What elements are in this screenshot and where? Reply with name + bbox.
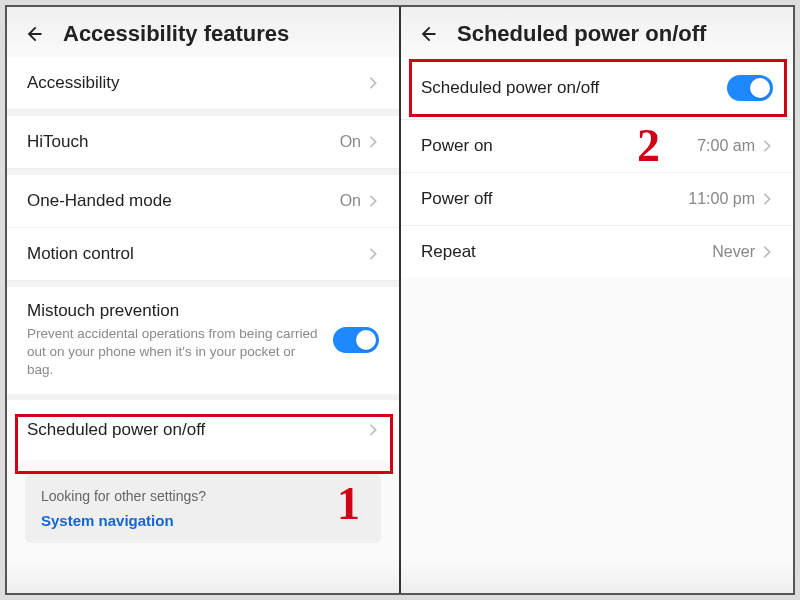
- scheduled-power-toggle[interactable]: [727, 75, 773, 101]
- row-title: Mistouch prevention: [27, 301, 321, 321]
- hint-question: Looking for other settings?: [41, 488, 365, 504]
- row-label: Power on: [421, 136, 697, 156]
- row-motion-control[interactable]: Motion control: [7, 228, 399, 281]
- header: Accessibility features: [7, 7, 399, 57]
- row-label: Repeat: [421, 242, 712, 262]
- row-label: Motion control: [27, 244, 367, 264]
- mistouch-toggle[interactable]: [333, 327, 379, 353]
- row-label: HiTouch: [27, 132, 340, 152]
- row-power-on[interactable]: Power on 7:00 am: [401, 120, 793, 173]
- chevron-right-icon: [367, 248, 379, 260]
- panel-accessibility: Accessibility features Accessibility HiT…: [7, 7, 399, 593]
- row-onehanded[interactable]: One-Handed mode On: [7, 175, 399, 228]
- hint-link-system-navigation[interactable]: System navigation: [41, 512, 365, 529]
- tutorial-frame: Accessibility features Accessibility HiT…: [5, 5, 795, 595]
- row-repeat[interactable]: Repeat Never: [401, 226, 793, 278]
- row-value: On: [340, 192, 361, 210]
- row-scheduled-power[interactable]: Scheduled power on/off: [7, 400, 399, 460]
- back-icon[interactable]: [23, 23, 45, 45]
- row-label: Scheduled power on/off: [27, 420, 367, 440]
- chevron-right-icon: [761, 246, 773, 258]
- row-value: Never: [712, 243, 755, 261]
- panel-scheduled-power: Scheduled power on/off Scheduled power o…: [399, 7, 793, 593]
- chevron-right-icon: [367, 136, 379, 148]
- row-power-off[interactable]: Power off 11:00 pm: [401, 173, 793, 226]
- row-hitouch[interactable]: HiTouch On: [7, 116, 399, 169]
- row-scheduled-toggle: Scheduled power on/off: [401, 57, 793, 120]
- row-value: 11:00 pm: [688, 190, 755, 208]
- page-title: Scheduled power on/off: [457, 21, 706, 47]
- header: Scheduled power on/off: [401, 7, 793, 57]
- row-label: One-Handed mode: [27, 191, 340, 211]
- back-icon[interactable]: [417, 23, 439, 45]
- row-label: Power off: [421, 189, 688, 209]
- row-value: On: [340, 133, 361, 151]
- row-value: 7:00 am: [697, 137, 755, 155]
- page-title: Accessibility features: [63, 21, 289, 47]
- chevron-right-icon: [761, 140, 773, 152]
- row-mistouch: Mistouch prevention Prevent accidental o…: [7, 287, 399, 394]
- chevron-right-icon: [761, 193, 773, 205]
- chevron-right-icon: [367, 195, 379, 207]
- row-label: Accessibility: [27, 73, 367, 93]
- chevron-right-icon: [367, 424, 379, 436]
- row-desc: Prevent accidental operations from being…: [27, 325, 321, 380]
- row-label: Scheduled power on/off: [421, 78, 727, 98]
- row-accessibility[interactable]: Accessibility: [7, 57, 399, 110]
- hint-box: Looking for other settings? System navig…: [25, 474, 381, 543]
- chevron-right-icon: [367, 77, 379, 89]
